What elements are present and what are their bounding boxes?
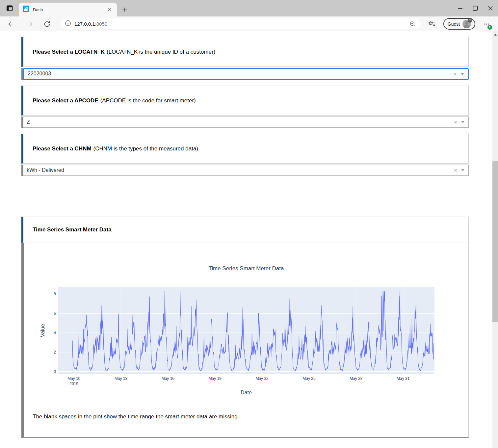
locatn-k-dropdown[interactable]: 22020003 × bbox=[23, 68, 469, 80]
svg-text:2019: 2019 bbox=[69, 382, 78, 386]
browser-update-badge bbox=[487, 25, 492, 30]
scrollbar[interactable] bbox=[492, 31, 498, 448]
selector-card-apcode: Please Select a APCODE (APCODE is the co… bbox=[21, 86, 469, 116]
apcode-value: Z bbox=[27, 119, 30, 125]
address-bar[interactable]: 127.0.0.1:8050 bbox=[61, 18, 421, 29]
svg-text:May 10: May 10 bbox=[67, 376, 81, 381]
tab-close-icon[interactable] bbox=[106, 6, 113, 13]
selector-card-locatn-k: Please Select a LOCATN_K (LOCATN_K is th… bbox=[21, 37, 469, 67]
dash-favicon bbox=[23, 6, 29, 13]
chart-card-body: Time Series Smart Meter Data02468May 102… bbox=[21, 243, 469, 438]
svg-text:0: 0 bbox=[54, 369, 56, 374]
svg-text:May 16: May 16 bbox=[162, 376, 175, 381]
refresh-button[interactable] bbox=[42, 19, 52, 29]
close-window-button[interactable] bbox=[483, 0, 498, 16]
time-series-chart[interactable]: Time Series Smart Meter Data02468May 102… bbox=[24, 243, 468, 409]
svg-text:6: 6 bbox=[54, 311, 56, 316]
browser-toolbar: 127.0.0.1:8050 Guest ? bbox=[0, 16, 498, 31]
svg-text:May 19: May 19 bbox=[209, 376, 222, 381]
page-content: Please Select a LOCATN_K (LOCATN_K is th… bbox=[0, 31, 498, 448]
dropdown-arrow-icon[interactable] bbox=[461, 169, 464, 171]
site-info-icon[interactable] bbox=[65, 20, 71, 28]
svg-text:May 28: May 28 bbox=[350, 376, 363, 381]
locatn-k-value: 22020003 bbox=[27, 71, 51, 77]
chart-card-header: Time Series Smart Meter Data bbox=[21, 217, 469, 243]
favorites-icon[interactable] bbox=[427, 19, 437, 29]
selector-label-locatn-k: Please Select a LOCATN_K bbox=[33, 49, 105, 55]
selector-label-chnm: Please Select a CHNM bbox=[33, 145, 92, 152]
clear-icon[interactable]: × bbox=[451, 119, 460, 125]
dropdown-arrow-icon[interactable] bbox=[461, 121, 464, 123]
svg-text:May 25: May 25 bbox=[302, 376, 316, 381]
apcode-dropdown-wrap: Z × bbox=[21, 117, 469, 128]
svg-text:May 31: May 31 bbox=[397, 376, 410, 381]
back-button[interactable] bbox=[6, 19, 16, 29]
selector-desc-locatn-k: (LOCATN_K is the unique ID of a customer… bbox=[107, 49, 215, 55]
apcode-dropdown[interactable]: Z × bbox=[23, 117, 469, 128]
svg-text:4: 4 bbox=[54, 330, 56, 335]
window-controls bbox=[453, 0, 498, 16]
maximize-button[interactable] bbox=[468, 0, 483, 16]
selector-desc-apcode: (APCODE is the code for smart meter) bbox=[100, 97, 196, 104]
text-caret bbox=[27, 71, 27, 77]
locatn-k-dropdown-wrap: 22020003 × bbox=[21, 68, 469, 80]
url-text: 127.0.0.1:8050 bbox=[74, 21, 107, 27]
svg-text:2: 2 bbox=[54, 350, 56, 355]
section-divider bbox=[21, 204, 469, 204]
chnm-dropdown-wrap: kWh - Delivered × bbox=[21, 165, 469, 176]
chart-caption: The blank spaces in the plot show the ti… bbox=[33, 413, 468, 420]
profile-label: Guest bbox=[448, 21, 460, 27]
chart-card-title: Time Series Smart Meter Data bbox=[33, 226, 112, 233]
browser-tab-dash[interactable]: Dash bbox=[19, 3, 117, 16]
profile-button[interactable]: Guest ? bbox=[443, 18, 475, 30]
scrollbar-thumb[interactable] bbox=[492, 161, 498, 322]
svg-text:Value: Value bbox=[40, 324, 45, 337]
svg-text:8: 8 bbox=[54, 292, 56, 296]
clear-icon[interactable]: × bbox=[451, 168, 460, 173]
chnm-dropdown[interactable]: kWh - Delivered × bbox=[23, 165, 469, 176]
tab-title: Dash bbox=[33, 7, 43, 12]
browser-titlebar: Dash bbox=[0, 0, 498, 16]
minimize-button[interactable] bbox=[453, 0, 468, 16]
forward-button[interactable] bbox=[25, 19, 35, 29]
clear-icon[interactable]: × bbox=[451, 71, 459, 77]
svg-text:Date: Date bbox=[241, 390, 252, 395]
tab-actions-menu-icon[interactable] bbox=[5, 4, 14, 13]
svg-text:May 22: May 22 bbox=[255, 376, 269, 381]
zoom-out-icon[interactable] bbox=[409, 20, 417, 28]
svg-text:Time Series Smart Meter Data: Time Series Smart Meter Data bbox=[209, 265, 284, 272]
svg-text:May 13: May 13 bbox=[115, 376, 128, 381]
guest-question-badge: ? bbox=[468, 18, 472, 23]
guest-avatar: ? bbox=[462, 20, 471, 28]
selector-label-apcode: Please Select a APCODE bbox=[33, 97, 98, 104]
chnm-value: kWh - Delivered bbox=[27, 167, 64, 173]
dropdown-arrow-icon[interactable] bbox=[461, 73, 464, 75]
selector-desc-chnm: (CHNM is the types of the measured data) bbox=[93, 145, 198, 152]
scrollbar-up-arrow-icon[interactable] bbox=[492, 32, 498, 37]
new-tab-button[interactable] bbox=[120, 6, 129, 14]
selector-card-chnm: Please Select a CHNM (CHNM is the types … bbox=[21, 134, 469, 164]
